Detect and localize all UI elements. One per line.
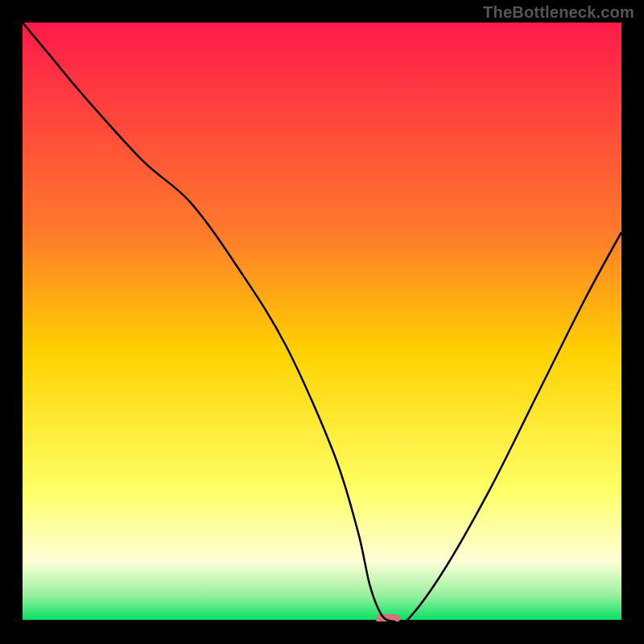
bottleneck-chart — [23, 23, 621, 621]
plot-area — [23, 23, 621, 621]
watermark-text: TheBottleneck.com — [483, 3, 634, 22]
chart-frame: TheBottleneck.com — [0, 0, 644, 644]
gradient-background — [23, 23, 621, 621]
